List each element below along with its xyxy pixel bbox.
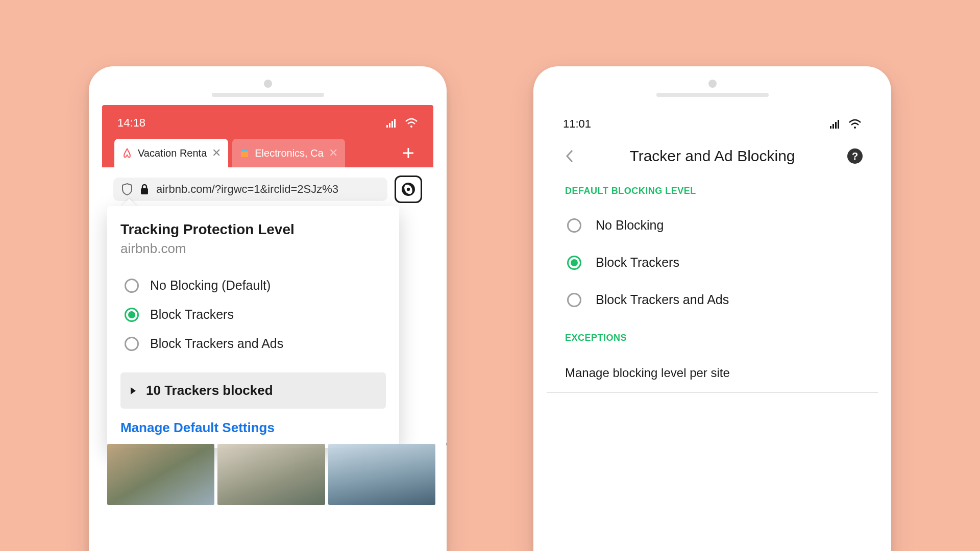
radio-unchecked-icon <box>125 279 139 293</box>
radio-unchecked-icon <box>125 337 139 351</box>
phone-right-settings: 11:01 Tracker and Ad Blocking ? DEFAULT … <box>533 66 891 551</box>
option-block-trackers[interactable]: Block Trackers <box>120 300 386 329</box>
svg-rect-3 <box>394 119 396 128</box>
svg-rect-9 <box>141 188 148 194</box>
tab-electronics[interactable]: Electronics, Ca ✕ <box>232 139 345 167</box>
browser-header: 14:18 Vacation Renta ✕ Electronics, Ca ✕ <box>102 105 433 167</box>
svg-rect-6 <box>241 149 248 152</box>
phone-speaker <box>212 93 324 97</box>
shield-icon[interactable] <box>121 183 133 196</box>
vivaldi-logo-icon <box>401 182 416 197</box>
option-label: Block Trackers <box>596 255 679 270</box>
svg-point-4 <box>410 126 412 128</box>
radio-unchecked-icon <box>567 293 581 307</box>
section-exceptions: EXCEPTIONS <box>547 318 878 354</box>
option-no-blocking[interactable]: No Blocking <box>547 207 878 244</box>
listing-thumbnail[interactable] <box>107 444 214 505</box>
option-label: No Blocking <box>596 218 664 233</box>
radio-checked-icon <box>567 256 581 270</box>
help-icon: ? <box>852 151 858 162</box>
svg-rect-17 <box>838 120 839 129</box>
lock-icon <box>140 184 149 195</box>
triangle-right-icon <box>130 387 137 395</box>
status-bar: 11:01 <box>547 105 878 141</box>
radio-unchecked-icon <box>567 218 581 233</box>
option-label: No Blocking (Default) <box>150 278 271 293</box>
tab-label: Electronics, Ca <box>255 147 324 159</box>
back-button[interactable] <box>562 146 577 166</box>
page-fragment-text: e per <box>446 438 447 449</box>
tab-label: Vacation Renta <box>138 147 207 159</box>
wifi-icon <box>405 118 418 128</box>
address-bar-row: airbnb.com/?irgwc=1&irclid=2SJz%3 <box>113 176 422 203</box>
browser-chrome: airbnb.com/?irgwc=1&irclid=2SJz%3 e per … <box>102 167 433 203</box>
status-time: 11:01 <box>563 117 591 131</box>
option-block-trackers-ads[interactable]: Block Trackers and Ads <box>547 281 878 318</box>
status-time: 14:18 <box>117 116 145 130</box>
popup-title: Tracking Protection Level <box>120 221 386 238</box>
tracking-protection-popup: Tracking Protection Level airbnb.com No … <box>107 206 399 448</box>
option-no-blocking[interactable]: No Blocking (Default) <box>120 271 386 300</box>
page-title: Tracker and Ad Blocking <box>577 147 847 165</box>
phone-speaker <box>656 93 769 97</box>
svg-rect-1 <box>389 123 390 128</box>
svg-rect-14 <box>830 126 831 129</box>
status-bar: 14:18 <box>114 115 421 139</box>
trackers-blocked-toggle[interactable]: 10 Trackers blocked <box>120 372 386 409</box>
amazon-box-icon <box>239 148 250 158</box>
manage-per-site-link[interactable]: Manage blocking level per site <box>547 354 878 393</box>
blocked-label: 10 Trackers blocked <box>146 383 273 398</box>
signal-icon <box>386 118 398 128</box>
svg-point-18 <box>854 127 856 129</box>
listing-thumbnail[interactable] <box>217 444 325 505</box>
tab-vacation-rentals[interactable]: Vacation Renta ✕ <box>114 139 228 167</box>
phone-left-tracking-popup: 14:18 Vacation Renta ✕ Electronics, Ca ✕ <box>89 66 447 551</box>
option-block-trackers-ads[interactable]: Block Trackers and Ads <box>120 329 386 358</box>
option-label: Block Trackers <box>150 307 234 322</box>
manage-default-settings-link[interactable]: Manage Default Settings <box>120 420 386 436</box>
svg-rect-15 <box>832 124 834 129</box>
option-label: Block Trackers and Ads <box>596 292 729 307</box>
address-url: airbnb.com/?irgwc=1&irclid=2SJz%3 <box>156 183 338 196</box>
listing-thumbnail[interactable] <box>328 444 435 505</box>
new-tab-button[interactable] <box>401 145 421 161</box>
section-default-blocking-level: DEFAULT BLOCKING LEVEL <box>547 182 878 207</box>
vivaldi-menu-button[interactable] <box>395 176 422 203</box>
option-block-trackers[interactable]: Block Trackers <box>547 244 878 281</box>
address-bar[interactable]: airbnb.com/?irgwc=1&irclid=2SJz%3 <box>113 178 387 201</box>
option-label: Block Trackers and Ads <box>150 336 283 351</box>
phone-camera <box>264 80 272 88</box>
svg-rect-2 <box>391 121 393 128</box>
tab-strip: Vacation Renta ✕ Electronics, Ca ✕ <box>114 139 421 167</box>
radio-checked-icon <box>125 308 139 322</box>
svg-rect-5 <box>241 151 248 157</box>
signal-icon <box>830 119 841 129</box>
settings-header: Tracker and Ad Blocking ? <box>547 141 878 182</box>
help-button[interactable]: ? <box>847 148 863 164</box>
svg-rect-0 <box>386 125 388 128</box>
svg-rect-16 <box>835 122 837 129</box>
chevron-left-icon <box>565 149 574 163</box>
airbnb-logo-icon <box>121 147 133 159</box>
svg-point-12 <box>407 188 410 191</box>
close-icon[interactable]: ✕ <box>212 146 221 160</box>
svg-marker-13 <box>131 387 136 394</box>
close-icon[interactable]: ✕ <box>329 146 338 160</box>
phone-camera <box>708 80 717 88</box>
wifi-icon <box>848 119 862 129</box>
popup-host: airbnb.com <box>120 241 386 257</box>
page-photo-strip <box>107 444 435 505</box>
